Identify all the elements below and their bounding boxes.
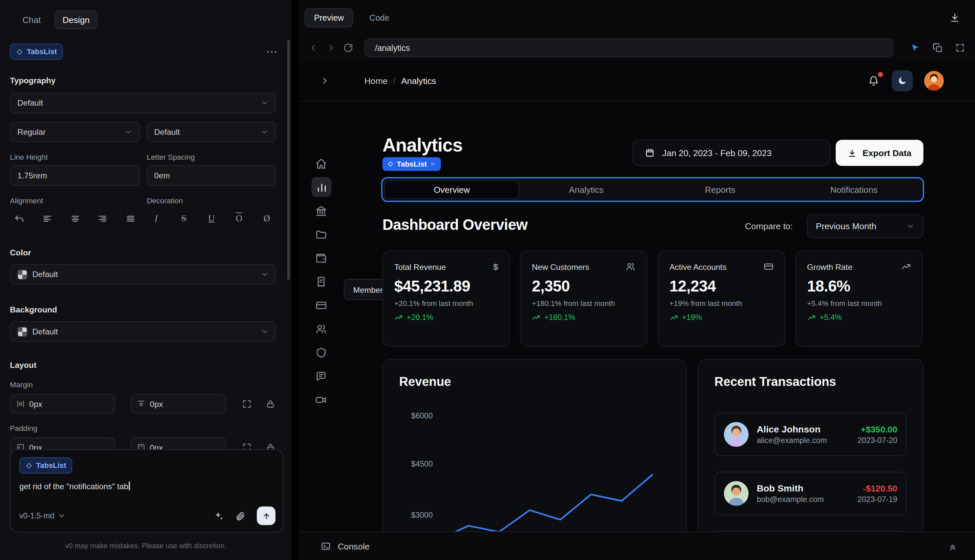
stat-value: 18.6%	[807, 277, 911, 295]
padding-label: Padding	[10, 424, 276, 433]
tab-analytics[interactable]: Analytics	[519, 180, 653, 199]
refresh-button[interactable]	[342, 42, 354, 54]
layout-section-title: Layout	[10, 360, 276, 370]
sidebar-item-video[interactable]	[315, 393, 328, 406]
color-value: Default	[32, 270, 58, 279]
recent-transactions-card: Recent Transactions Alice Johnson alice@…	[698, 359, 923, 532]
sidebar-item-files[interactable]	[315, 228, 328, 241]
background-select[interactable]: Default	[10, 321, 276, 342]
user-avatar[interactable]	[924, 71, 944, 91]
margin-y-input[interactable]: 0px	[130, 394, 226, 414]
strikethrough-icon: S	[181, 213, 186, 223]
composer-context-chip[interactable]: TabsList	[19, 457, 72, 473]
trending-up-icon	[669, 313, 678, 322]
credit-card-icon	[315, 299, 327, 311]
overline-button[interactable]: O	[230, 210, 248, 227]
prompt-input[interactable]: get rid of the "notifications" tab	[19, 482, 274, 491]
panel-menu-button[interactable]: ⋯	[262, 48, 282, 55]
export-data-button[interactable]: Export Data	[836, 140, 923, 166]
tab-notifications[interactable]: Notifications	[787, 180, 921, 199]
fullscreen-button[interactable]	[954, 42, 967, 54]
font-size-select[interactable]: Default	[147, 122, 276, 143]
sidebar-item-home[interactable]	[315, 157, 328, 170]
line-height-input[interactable]: 1.75rem	[10, 165, 140, 186]
sidebar-item-messages[interactable]	[315, 370, 328, 382]
url-input[interactable]: /analytics	[364, 39, 894, 57]
console-expand-button[interactable]	[944, 540, 961, 552]
margin-expand-button[interactable]	[242, 399, 252, 409]
align-center-button[interactable]	[66, 210, 84, 227]
attach-file-button[interactable]	[235, 510, 245, 521]
font-family-select[interactable]: Default	[10, 92, 276, 113]
tab-reports[interactable]: Reports	[653, 180, 787, 199]
background-swatch-icon	[17, 327, 27, 337]
align-left-button[interactable]	[38, 210, 57, 227]
strikethrough-button[interactable]: S	[175, 210, 193, 227]
align-justify-button[interactable]	[121, 210, 140, 227]
sidebar-item-wallet[interactable]	[315, 252, 328, 264]
expand-icon	[242, 399, 252, 409]
bar-chart-icon	[316, 181, 327, 193]
trending-up-icon	[532, 313, 541, 322]
console-toggle[interactable]: Console	[317, 540, 373, 552]
stat-subtext: +5.4% from last month	[807, 299, 911, 308]
sidebar-item-analytics[interactable]	[312, 177, 332, 197]
stat-value: $45,231.89	[394, 277, 498, 295]
decoration-toolbar: I S U O Ø	[147, 209, 276, 228]
align-right-button[interactable]	[93, 210, 112, 227]
folder-icon	[315, 228, 327, 240]
transaction-amount: +$350.00	[858, 424, 897, 434]
inspect-element-button[interactable]	[908, 41, 922, 55]
enhance-prompt-button[interactable]	[213, 510, 224, 521]
calendar-icon	[645, 148, 655, 158]
date-range-picker[interactable]: Jan 20, 2023 - Feb 09, 2023	[633, 140, 830, 166]
chevron-down-icon	[906, 222, 915, 231]
tab-chat[interactable]: Chat	[15, 11, 48, 28]
tab-code[interactable]: Code	[361, 8, 398, 27]
editor-scrollbar[interactable]	[287, 40, 290, 280]
decoration-label: Decoration	[147, 197, 276, 205]
sidebar-toggle-button[interactable]	[316, 75, 333, 86]
download-button[interactable]	[947, 10, 963, 25]
chevron-down-icon	[430, 161, 436, 167]
tab-preview[interactable]: Preview	[305, 8, 353, 27]
selection-overlay-badge[interactable]: TabsList	[382, 157, 441, 171]
tabs-list: Overview Analytics Reports Notifications	[381, 177, 924, 202]
notifications-button[interactable]	[867, 74, 880, 88]
back-button[interactable]	[307, 42, 319, 54]
sidebar-item-invoices[interactable]	[315, 275, 328, 288]
line-height-value: 1.75rem	[17, 171, 47, 180]
letter-spacing-input[interactable]: 0em	[147, 165, 276, 186]
app-content: Analytics TabsList Jan 20, 2023 - Feb 09…	[382, 101, 923, 532]
breadcrumb-home[interactable]: Home	[364, 76, 388, 85]
bank-icon	[315, 205, 327, 217]
color-select[interactable]: Default	[10, 264, 276, 285]
margin-x-input[interactable]: 0px	[10, 394, 115, 414]
tab-design[interactable]: Design	[55, 10, 98, 29]
stat-badge-value: +19%	[682, 313, 702, 322]
sidebar-item-security[interactable]	[315, 346, 328, 359]
submit-prompt-button[interactable]	[257, 507, 275, 525]
clear-format-button[interactable]: Ø	[257, 210, 276, 227]
alignment-toolbar	[10, 209, 140, 228]
forward-button[interactable]	[324, 42, 337, 54]
model-selector[interactable]: v0-1.5-md	[19, 512, 66, 520]
margin-lock-button[interactable]	[265, 399, 275, 409]
compare-select[interactable]: Previous Month	[807, 215, 923, 238]
sidebar-item-bank[interactable]	[315, 205, 328, 217]
diamond-icon	[387, 161, 394, 167]
app-header: Home / Analytics	[299, 61, 975, 101]
italic-button[interactable]: I	[147, 210, 165, 227]
underline-button[interactable]: U	[202, 210, 221, 227]
tab-overview[interactable]: Overview	[384, 180, 519, 199]
sidebar-item-cards[interactable]	[315, 299, 328, 312]
reset-alignment-button[interactable]	[10, 210, 28, 227]
font-weight-select[interactable]: Regular	[10, 122, 140, 143]
theme-toggle-button[interactable]	[892, 70, 913, 91]
copy-button[interactable]	[932, 42, 944, 54]
sidebar-item-members[interactable]	[315, 323, 328, 335]
transaction-name: Alice Johnson	[757, 424, 827, 435]
selected-element-label: TabsList	[27, 47, 57, 56]
selected-element-chip[interactable]: TabsList	[10, 43, 63, 60]
margin-label: Margin	[10, 380, 276, 389]
